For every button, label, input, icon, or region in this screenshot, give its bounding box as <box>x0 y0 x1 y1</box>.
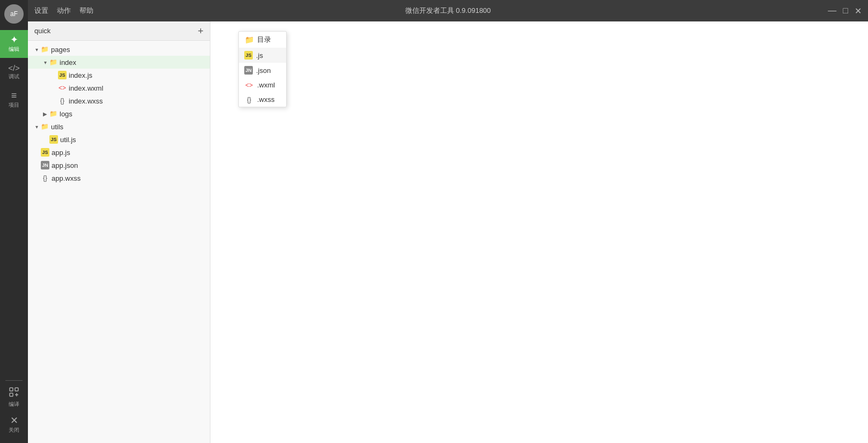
file-tree-title: quick <box>34 27 50 35</box>
compile-icon <box>8 386 20 400</box>
context-menu: 📁 目录 JS .js JN .json <> .wxml {} .wxss <box>238 31 287 107</box>
context-menu-js[interactable]: JS .js <box>239 48 286 63</box>
sidebar-item-project-label: 项目 <box>9 101 19 109</box>
tree-item-logs[interactable]: ▶ 📁 logs <box>28 107 210 120</box>
folder-icon-logs: 📁 <box>49 110 57 117</box>
close-button[interactable]: ✕ <box>855 6 862 16</box>
svg-rect-1 <box>15 388 18 391</box>
tree-item-pages[interactable]: ▾ 📁 pages <box>28 43 210 56</box>
sidebar-item-editor-label: 编辑 <box>9 46 19 53</box>
folder-icon-utils: 📁 <box>41 123 49 130</box>
js-menu-icon: JS <box>244 51 253 60</box>
tree-filename-index-wxss: index.wxss <box>69 97 103 105</box>
folder-icon-index: 📁 <box>49 58 57 66</box>
context-menu-json-label: .json <box>256 67 271 75</box>
tree-filename-utils: utils <box>51 123 63 131</box>
json-menu-icon: JN <box>244 66 253 75</box>
js-icon-index: JS <box>58 71 67 79</box>
sidebar-item-debug-label: 调试 <box>9 73 19 80</box>
avatar: aF <box>4 4 24 24</box>
title-bar-title: 微信开发者工具 0.9.091800 <box>405 6 491 16</box>
tree-item-app-js[interactable]: JS app.js <box>28 146 210 159</box>
wxml-icon-index: <> <box>58 84 67 92</box>
maximize-button[interactable]: □ <box>843 6 848 16</box>
tree-filename-index-wxml: index.wxml <box>69 84 103 92</box>
js-icon-util: JS <box>49 135 58 144</box>
context-menu-json[interactable]: JN .json <box>239 63 286 78</box>
tree-item-index-wxss[interactable]: {} index.wxss <box>28 94 210 107</box>
js-icon-app: JS <box>41 148 49 157</box>
title-bar-menu: 设置 动作 帮助 <box>34 6 93 16</box>
context-menu-wxml[interactable]: <> .wxml <box>239 78 286 92</box>
json-icon-app: JN <box>41 161 49 169</box>
sidebar-item-close-label: 关闭 <box>9 426 19 434</box>
tree-filename-index-js: index.js <box>69 71 92 79</box>
main-layout: quick + ▾ 📁 pages ▾ 📁 index <box>28 21 868 443</box>
tree-filename-pages: pages <box>51 46 70 54</box>
project-icon: ≡ <box>11 91 17 100</box>
editor-area <box>210 21 868 443</box>
tree-item-utils[interactable]: ▾ 📁 utils <box>28 120 210 133</box>
context-menu-directory-label: 目录 <box>257 35 271 45</box>
menu-actions[interactable]: 动作 <box>57 6 71 16</box>
close-sidebar-icon: ✕ <box>10 416 18 425</box>
folder-icon-pages: 📁 <box>41 46 49 53</box>
file-tree-panel: quick + ▾ 📁 pages ▾ 📁 index <box>28 21 210 443</box>
tree-filename-util-js: util.js <box>60 136 76 144</box>
tree-item-index[interactable]: ▾ 📁 index <box>28 56 210 69</box>
tree-item-index-js[interactable]: JS index.js <box>28 69 210 82</box>
wxss-icon-index: {} <box>58 97 67 105</box>
sidebar-item-compile[interactable]: 编译 <box>0 383 28 411</box>
svg-rect-0 <box>10 388 13 391</box>
wxml-menu-icon: <> <box>244 82 254 89</box>
add-file-button[interactable]: + <box>198 26 203 36</box>
app-window: 设置 动作 帮助 微信开发者工具 0.9.091800 — □ ✕ quick … <box>28 0 868 443</box>
wxss-icon-app: {} <box>41 174 49 182</box>
sidebar-item-close[interactable]: ✕ 关闭 <box>0 411 28 439</box>
tree-arrow-utils: ▾ <box>32 124 41 130</box>
sidebar-item-debug[interactable]: </> 调试 <box>0 58 28 86</box>
title-bar: 设置 动作 帮助 微信开发者工具 0.9.091800 — □ ✕ <box>28 0 868 21</box>
tree-item-app-wxss[interactable]: {} app.wxss <box>28 172 210 184</box>
minimize-button[interactable]: — <box>828 6 836 16</box>
tree-filename-app-json: app.json <box>52 161 78 169</box>
menu-settings[interactable]: 设置 <box>34 6 48 16</box>
debug-icon: </> <box>8 64 20 72</box>
tree-arrow-logs: ▶ <box>41 111 49 117</box>
sidebar-bottom: 编译 ✕ 关闭 <box>0 378 28 443</box>
tree-filename-app-wxss: app.wxss <box>52 174 81 182</box>
tree-filename-logs: logs <box>60 110 72 118</box>
title-bar-controls: — □ ✕ <box>828 6 862 16</box>
context-menu-wxml-label: .wxml <box>257 81 275 89</box>
svg-rect-2 <box>10 393 13 396</box>
context-menu-wxss-label: .wxss <box>257 95 275 104</box>
sidebar-item-project[interactable]: ≡ 项目 <box>0 86 28 114</box>
context-menu-directory[interactable]: 📁 目录 <box>239 32 286 48</box>
context-menu-js-label: .js <box>256 51 263 60</box>
directory-icon: 📁 <box>244 35 254 44</box>
tree-filename-index: index <box>60 58 76 67</box>
sidebar-divider <box>5 380 23 381</box>
file-tree-content: ▾ 📁 pages ▾ 📁 index JS index.js <box>28 41 210 443</box>
sidebar-item-compile-label: 编译 <box>9 401 19 408</box>
sidebar-item-editor[interactable]: ✦ 编辑 <box>0 30 28 58</box>
menu-help[interactable]: 帮助 <box>79 6 93 16</box>
tree-arrow-index: ▾ <box>41 60 49 65</box>
tree-filename-app-js: app.js <box>52 149 70 157</box>
tree-arrow-pages: ▾ <box>32 47 41 53</box>
context-menu-wxss[interactable]: {} .wxss <box>239 92 286 107</box>
editor-icon: ✦ <box>10 35 18 45</box>
file-tree-header: quick + <box>28 21 210 41</box>
wxss-menu-icon: {} <box>244 96 254 104</box>
tree-item-app-json[interactable]: JN app.json <box>28 159 210 172</box>
sidebar-icons: aF ✦ 编辑 </> 调试 ≡ 项目 编译 ✕ 关闭 <box>0 0 28 443</box>
tree-item-util-js[interactable]: JS util.js <box>28 133 210 146</box>
tree-item-index-wxml[interactable]: <> index.wxml <box>28 82 210 94</box>
